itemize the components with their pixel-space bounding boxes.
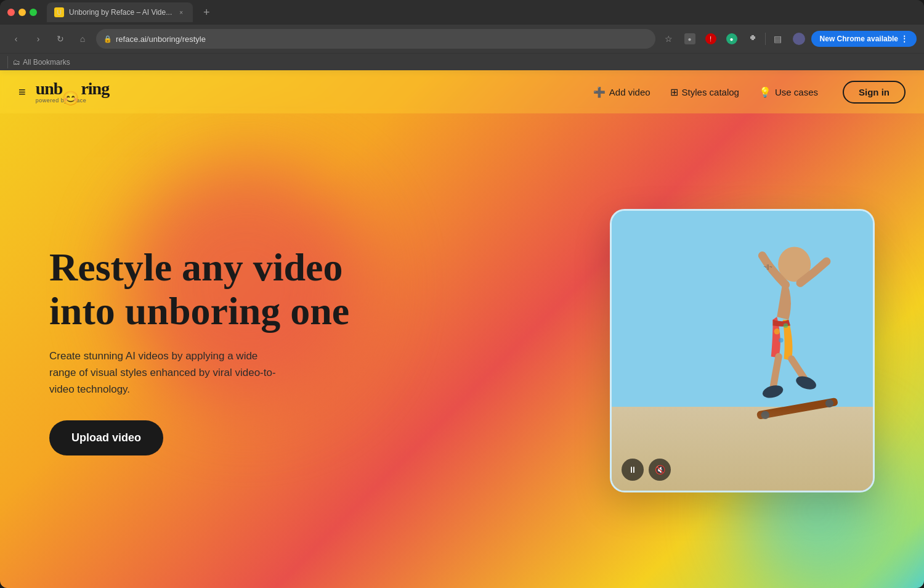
back-button[interactable]: ‹	[7, 30, 25, 47]
extension-icon-red[interactable]: !	[702, 30, 719, 47]
hero-video-section: ~||~ ⏸ 🔇	[357, 209, 875, 492]
app-container: ≡ unb 😊 ring powered by reface ➕ Add vid…	[0, 70, 924, 588]
video-player[interactable]: ~||~ ⏸ 🔇	[610, 209, 875, 492]
add-video-label: Add video	[609, 87, 650, 97]
svg-text:~||~: ~||~	[763, 264, 772, 270]
title-bar: U Unboring by Reface – AI Vide... × +	[0, 0, 924, 25]
svg-point-4	[761, 383, 785, 400]
hero-content: Restyle any video into unboring one Crea…	[49, 246, 357, 455]
hero-section: Restyle any video into unboring one Crea…	[0, 113, 924, 588]
styles-catalog-icon: ⊞	[670, 86, 678, 98]
all-bookmarks-label: All Bookmarks	[23, 58, 70, 67]
tab-close-button[interactable]: ×	[177, 8, 185, 17]
new-chrome-label: New Chrome available	[820, 35, 898, 43]
sidebar-icon[interactable]: ▤	[769, 30, 787, 47]
sign-in-button[interactable]: Sign in	[843, 81, 906, 104]
tab-favicon: U	[54, 7, 64, 17]
bookmarks-bar: 🗂 All Bookmarks	[0, 53, 924, 70]
home-button[interactable]: ⌂	[74, 30, 91, 47]
browser-window: U Unboring by Reface – AI Vide... × + ‹ …	[0, 0, 924, 588]
upload-video-button[interactable]: Upload video	[49, 420, 163, 455]
svg-point-2	[784, 324, 788, 329]
extension-puzzle-icon[interactable]	[744, 30, 761, 47]
browser-tab[interactable]: U Unboring by Reface – AI Vide... ×	[47, 2, 193, 22]
use-cases-label: Use cases	[775, 87, 818, 97]
use-cases-link[interactable]: 💡 Use cases	[759, 86, 818, 98]
navbar: ≡ unb 😊 ring powered by reface ➕ Add vid…	[0, 70, 924, 113]
bookmarks-folder-icon: 🗂	[13, 58, 20, 67]
logo-text: unb 😊 ring	[36, 80, 110, 97]
minimize-window-button[interactable]	[18, 9, 26, 16]
extension-icon-green[interactable]: ●	[723, 30, 740, 47]
extension-icon-1[interactable]: ●	[681, 30, 699, 47]
separator	[765, 33, 766, 45]
styles-catalog-link[interactable]: ⊞ Styles catalog	[670, 86, 739, 98]
nav-links: ➕ Add video ⊞ Styles catalog 💡 Use cases	[593, 86, 818, 98]
traffic-lights	[7, 9, 37, 16]
svg-point-3	[779, 338, 784, 343]
video-controls: ⏸ 🔇	[622, 459, 671, 481]
url-bar[interactable]: 🔒 reface.ai/unboring/restyle	[96, 29, 655, 49]
styles-catalog-label: Styles catalog	[682, 87, 739, 97]
use-cases-icon: 💡	[759, 86, 771, 98]
reload-button[interactable]: ↻	[52, 30, 69, 47]
bookmark-star-icon[interactable]: ☆	[660, 30, 678, 47]
hero-title: Restyle any video into unboring one	[49, 246, 357, 333]
add-video-icon: ➕	[593, 86, 606, 98]
svg-point-1	[774, 329, 779, 334]
maximize-window-button[interactable]	[30, 9, 37, 16]
address-bar: ‹ › ↻ ⌂ 🔒 reface.ai/unboring/restyle ☆ ●…	[0, 25, 924, 53]
logo[interactable]: unb 😊 ring powered by reface	[36, 80, 110, 104]
security-icon: 🔒	[103, 35, 112, 43]
add-video-link[interactable]: ➕ Add video	[593, 86, 650, 98]
url-text: reface.ai/unboring/restyle	[116, 35, 206, 44]
close-window-button[interactable]	[7, 9, 15, 16]
tab-title: Unboring by Reface – AI Vide...	[69, 8, 172, 17]
logo-emoji: 😊	[62, 92, 78, 105]
bookmark-separator	[7, 56, 8, 68]
all-bookmarks-link[interactable]: 🗂 All Bookmarks	[13, 58, 70, 67]
hamburger-menu-icon[interactable]: ≡	[18, 85, 26, 99]
browser-actions: ☆ ● ! ● ▤ New Chrome available ⋮	[660, 30, 917, 47]
video-content: ~||~	[612, 211, 873, 491]
page-content: ≡ unb 😊 ring powered by reface ➕ Add vid…	[0, 70, 924, 588]
profile-icon[interactable]	[790, 30, 808, 47]
new-chrome-menu-icon: ⋮	[901, 35, 908, 43]
pause-button[interactable]: ⏸	[622, 459, 644, 481]
forward-button[interactable]: ›	[30, 30, 47, 47]
new-chrome-button[interactable]: New Chrome available ⋮	[811, 31, 917, 47]
mute-button[interactable]: 🔇	[649, 459, 671, 481]
hero-description: Create stunning AI videos by applying a …	[49, 348, 283, 398]
new-tab-button[interactable]: +	[198, 4, 215, 21]
